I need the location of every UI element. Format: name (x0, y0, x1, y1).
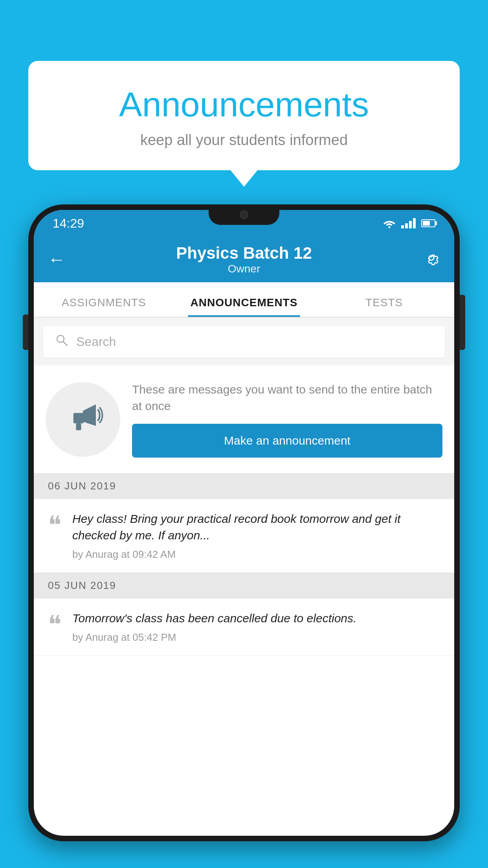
tab-tests[interactable]: TESTS (314, 296, 454, 317)
search-placeholder: Search (76, 335, 116, 349)
svg-point-0 (389, 226, 391, 228)
gear-icon (423, 249, 440, 267)
promo-section: These are messages you want to send to t… (34, 366, 454, 473)
phone-container: 14:29 (28, 204, 460, 868)
content-area: Search (34, 318, 454, 656)
wifi-icon (383, 219, 396, 228)
svg-rect-5 (76, 423, 81, 430)
tab-assignments[interactable]: ASSIGNMENTS (34, 296, 174, 317)
promo-description: These are messages you want to send to t… (132, 381, 442, 414)
speech-bubble-section: Announcements keep all your students inf… (28, 61, 460, 170)
tab-announcements[interactable]: ANNOUNCEMENTS (174, 296, 314, 317)
announcement-text-1: Hey class! Bring your practical record b… (72, 511, 440, 544)
header-title: Physics Batch 12 (176, 244, 312, 263)
svg-rect-4 (73, 413, 84, 423)
bubble-subtitle: keep all your students informed (52, 132, 436, 149)
announcement-text-2: Tomorrow's class has been cancelled due … (72, 610, 440, 627)
promo-right: These are messages you want to send to t… (132, 381, 442, 458)
quote-icon-1: ❝ (48, 513, 61, 538)
quote-icon-2: ❝ (48, 612, 61, 638)
back-button[interactable]: ← (48, 250, 65, 269)
svg-marker-3 (83, 405, 96, 426)
battery-fill (423, 221, 430, 226)
date-separator-1: 06 JUN 2019 (34, 473, 454, 499)
settings-button[interactable] (423, 249, 440, 270)
make-announcement-button[interactable]: Make an announcement (132, 424, 442, 458)
speech-bubble: Announcements keep all your students inf… (28, 61, 460, 170)
app-header: ← Physics Batch 12 Owner (34, 237, 454, 282)
announcement-meta-1: by Anurag at 09:42 AM (72, 548, 440, 561)
date-separator-2: 05 JUN 2019 (34, 573, 454, 598)
announcement-item-1[interactable]: ❝ Hey class! Bring your practical record… (34, 499, 454, 573)
front-camera (240, 210, 248, 219)
header-center: Physics Batch 12 Owner (176, 244, 312, 275)
signal-icon (401, 218, 416, 228)
battery-icon (421, 219, 435, 227)
svg-line-2 (63, 342, 67, 346)
status-icons (383, 218, 435, 228)
megaphone-icon (61, 398, 105, 441)
search-bar[interactable]: Search (43, 326, 445, 358)
phone-outer: 14:29 (28, 204, 460, 841)
announcement-item-2[interactable]: ❝ Tomorrow's class has been cancelled du… (34, 598, 454, 656)
status-time: 14:29 (53, 216, 84, 231)
promo-icon-circle (46, 382, 120, 457)
announcement-content-2: Tomorrow's class has been cancelled due … (72, 610, 440, 644)
header-subtitle: Owner (176, 263, 312, 275)
tabs-container: ASSIGNMENTS ANNOUNCEMENTS TESTS (34, 282, 454, 318)
phone-screen: 14:29 (34, 210, 454, 836)
announcement-content-1: Hey class! Bring your practical record b… (72, 511, 440, 561)
bubble-title: Announcements (52, 85, 436, 125)
announcement-meta-2: by Anurag at 05:42 PM (72, 631, 440, 644)
phone-notch (209, 204, 279, 225)
search-icon (55, 333, 68, 350)
